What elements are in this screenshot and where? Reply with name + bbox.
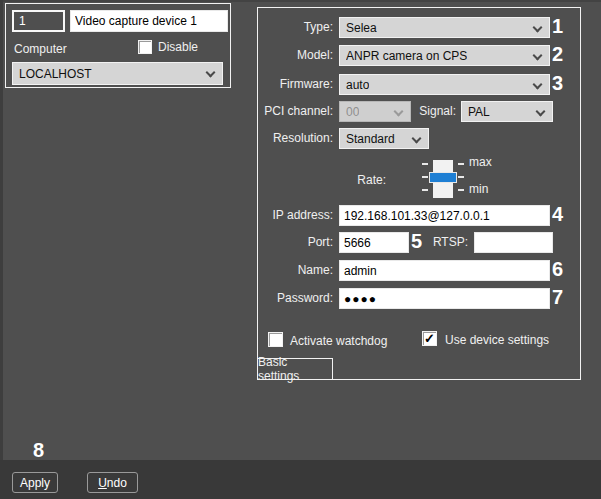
use-device-settings-label: Use device settings xyxy=(445,330,549,351)
firmware-select[interactable]: auto xyxy=(339,74,550,95)
use-device-settings-checkbox[interactable]: ✓ xyxy=(422,331,437,346)
tick-mark xyxy=(458,189,464,191)
annotation-7: 7 xyxy=(552,287,563,308)
tick-mark xyxy=(422,163,428,165)
apply-button-label: Apply xyxy=(20,476,50,490)
signal-select[interactable]: PAL xyxy=(461,101,553,122)
computer-select[interactable]: LOCALHOST xyxy=(12,62,223,85)
chevron-down-icon xyxy=(536,107,546,117)
bottom-action-bar: Apply Undo xyxy=(0,460,601,499)
rate-label: Rate: xyxy=(316,170,386,191)
undo-button-accel: U xyxy=(98,476,107,490)
password-label: Password: xyxy=(263,288,333,309)
model-select-value: ANPR camera on CPS xyxy=(346,49,467,63)
model-label: Model: xyxy=(263,45,333,66)
undo-button[interactable]: Undo xyxy=(87,472,138,493)
resolution-label: Resolution: xyxy=(263,128,333,149)
name-label: Name: xyxy=(263,260,333,281)
ip-address-input[interactable] xyxy=(339,205,550,226)
rate-slider-thumb[interactable] xyxy=(429,172,457,183)
type-select[interactable]: Selea xyxy=(339,17,550,38)
chevron-down-icon xyxy=(533,51,543,61)
chevron-down-icon xyxy=(412,134,422,144)
pci-channel-label: PCI channel: xyxy=(263,101,333,122)
undo-button-label: ndo xyxy=(107,476,127,490)
firmware-label: Firmware: xyxy=(263,74,333,95)
rate-min-label: min xyxy=(469,179,488,200)
signal-select-value: PAL xyxy=(468,105,490,119)
disable-checkbox[interactable] xyxy=(138,40,152,54)
model-select[interactable]: ANPR camera on CPS xyxy=(339,45,550,66)
rate-max-label: max xyxy=(469,152,492,173)
port-input[interactable] xyxy=(339,232,409,253)
port-label: Port: xyxy=(263,232,333,253)
activate-watchdog-checkbox[interactable] xyxy=(268,332,283,347)
resolution-select-value: Standard xyxy=(346,132,395,146)
firmware-select-value: auto xyxy=(346,78,369,92)
annotation-4: 4 xyxy=(552,204,563,225)
computer-label: Computer xyxy=(14,39,67,60)
computer-select-value: LOCALHOST xyxy=(19,67,92,81)
rtsp-input[interactable] xyxy=(474,232,553,253)
chevron-down-icon xyxy=(206,68,216,78)
chevron-down-icon xyxy=(533,80,543,90)
resolution-select[interactable]: Standard xyxy=(339,128,429,149)
annotation-5: 5 xyxy=(411,231,422,252)
rate-slider[interactable]: max min xyxy=(418,156,553,211)
annotation-8: 8 xyxy=(33,440,44,461)
tab-basic-settings-label: Basic settings xyxy=(258,355,332,383)
annotation-3: 3 xyxy=(552,73,563,94)
device-settings-screen: 1 Computer Disable LOCALHOST Type: Selea… xyxy=(0,0,601,499)
tab-basic-settings[interactable]: Basic settings xyxy=(257,358,333,380)
device-name-input[interactable] xyxy=(70,10,228,32)
device-number-field[interactable]: 1 xyxy=(12,10,65,32)
annotation-6: 6 xyxy=(552,259,563,280)
tick-mark xyxy=(458,163,464,165)
tick-mark xyxy=(458,176,464,178)
disable-label: Disable xyxy=(158,37,198,58)
annotation-1: 1 xyxy=(552,16,563,37)
ip-address-label: IP address: xyxy=(263,205,333,226)
apply-button[interactable]: Apply xyxy=(12,472,58,493)
type-label: Type: xyxy=(263,17,333,38)
checkmark-icon: ✓ xyxy=(424,332,435,345)
chevron-down-icon xyxy=(533,23,543,33)
tick-mark xyxy=(422,189,428,191)
pci-channel-select-value: 00 xyxy=(346,105,359,119)
device-panel: 1 Computer Disable LOCALHOST xyxy=(5,3,231,88)
type-select-value: Selea xyxy=(346,21,377,35)
tick-mark xyxy=(422,176,428,178)
settings-panel: Type: Selea Model: ANPR camera on CPS Fi… xyxy=(257,7,581,380)
password-input[interactable] xyxy=(339,288,550,309)
rtsp-label: RTSP: xyxy=(426,232,468,253)
name-input[interactable] xyxy=(339,260,550,281)
signal-label: Signal: xyxy=(401,101,456,122)
activate-watchdog-label: Activate watchdog xyxy=(290,331,387,352)
annotation-2: 2 xyxy=(552,44,563,65)
